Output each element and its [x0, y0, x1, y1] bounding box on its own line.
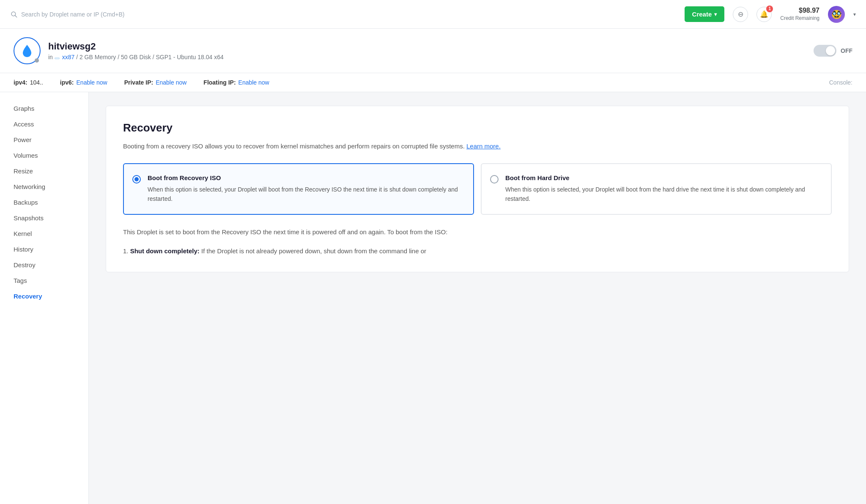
nav-right: Create ▾ ⊖ 🔔 1 $98.97 Credit Remaining 🥸…	[685, 6, 856, 23]
avatar-chevron-icon[interactable]: ▾	[853, 11, 856, 17]
console-link[interactable]: Console:	[829, 79, 852, 86]
learn-more-link[interactable]: Learn more.	[466, 142, 501, 150]
recovery-info-text: This Droplet is set to boot from the Rec…	[123, 227, 832, 238]
search-placeholder: Search by Droplet name or IP (Cmd+B)	[21, 11, 124, 18]
radio-inner	[134, 177, 139, 181]
recovery-description: Booting from a recovery ISO allows you t…	[123, 141, 832, 151]
sidebar-item-kernel[interactable]: Kernel	[0, 226, 88, 241]
region-link[interactable]: xx87	[62, 54, 75, 60]
droplet-svg-icon	[19, 43, 35, 58]
floating-ip-enable-link[interactable]: Enable now	[238, 79, 269, 86]
sidebar-item-history[interactable]: History	[0, 241, 88, 257]
region-badge	[55, 58, 60, 59]
droplet-info: hitviewsg2 in xx87 / 2 GB Memory / 50 GB…	[48, 41, 224, 60]
boot-hard-drive-desc: When this option is selected, your Dropl…	[505, 185, 821, 204]
recovery-card: Recovery Booting from a recovery ISO all…	[106, 106, 849, 272]
credit-info: $98.97 Credit Remaining	[780, 6, 819, 22]
credit-label: Credit Remaining	[780, 15, 819, 22]
sidebar: Graphs Access Power Volumes Resize Netwo…	[0, 92, 89, 504]
droplet-meta: in xx87 / 2 GB Memory / 50 GB Disk / SGP…	[48, 54, 224, 60]
ip-bar: ipv4: 104.. ipv6: Enable now Private IP:…	[0, 73, 866, 92]
boot-recovery-iso-title: Boot from Recovery ISO	[148, 174, 463, 181]
sidebar-item-volumes[interactable]: Volumes	[0, 148, 88, 163]
ipv4-label: ipv4:	[14, 79, 27, 86]
notification-badge: 1	[766, 5, 773, 12]
floating-ip-label: Floating IP:	[203, 79, 236, 86]
boot-hard-drive-text: Boot from Hard Drive When this option is…	[505, 174, 821, 204]
help-icon[interactable]: ⊖	[733, 7, 748, 22]
create-button[interactable]: Create ▾	[685, 6, 725, 22]
sidebar-item-access[interactable]: Access	[0, 116, 88, 132]
ipv6-label: ipv6:	[60, 79, 74, 86]
step-1: 1. Shut down completely: If the Droplet …	[123, 246, 832, 257]
sidebar-item-snapshots[interactable]: Snapshots	[0, 210, 88, 226]
topnav: Search by Droplet name or IP (Cmd+B) Cre…	[0, 0, 866, 29]
step1-text: If the Droplet is not already powered do…	[201, 247, 426, 255]
private-ip-item: Private IP: Enable now	[124, 79, 187, 86]
content-area: Recovery Booting from a recovery ISO all…	[89, 92, 866, 504]
boot-recovery-iso-text: Boot from Recovery ISO When this option …	[148, 174, 463, 204]
status-dot	[35, 58, 39, 63]
boot-recovery-iso-desc: When this option is selected, your Dropl…	[148, 185, 463, 204]
power-toggle[interactable]: OFF	[814, 45, 852, 57]
toggle-switch[interactable]	[814, 45, 836, 57]
sidebar-item-backups[interactable]: Backups	[0, 194, 88, 210]
droplet-icon	[14, 37, 41, 64]
sidebar-item-networking[interactable]: Networking	[0, 179, 88, 194]
boot-hard-drive-title: Boot from Hard Drive	[505, 174, 821, 181]
toggle-knob	[826, 46, 835, 55]
main-layout: Graphs Access Power Volumes Resize Netwo…	[0, 92, 866, 504]
step1-label: Shut down completely:	[130, 247, 200, 255]
boot-recovery-iso-option[interactable]: Boot from Recovery ISO When this option …	[123, 163, 474, 215]
ipv4-item: ipv4: 104..	[14, 79, 43, 86]
radio-hard-drive	[490, 175, 499, 184]
ipv6-item: ipv6: Enable now	[60, 79, 107, 86]
credit-amount: $98.97	[780, 6, 819, 15]
floating-ip-item: Floating IP: Enable now	[203, 79, 269, 86]
droplet-header: hitviewsg2 in xx87 / 2 GB Memory / 50 GB…	[0, 29, 866, 73]
sidebar-item-destroy[interactable]: Destroy	[0, 257, 88, 273]
ipv6-enable-link[interactable]: Enable now	[77, 79, 107, 86]
avatar[interactable]: 🥸	[828, 6, 845, 23]
recovery-title: Recovery	[123, 121, 832, 134]
sidebar-item-tags[interactable]: Tags	[0, 273, 88, 288]
notifications-icon[interactable]: 🔔 1	[756, 7, 772, 22]
private-ip-enable-link[interactable]: Enable now	[156, 79, 186, 86]
sidebar-item-resize[interactable]: Resize	[0, 163, 88, 179]
recovery-steps: 1. Shut down completely: If the Droplet …	[123, 246, 832, 257]
boot-hard-drive-option[interactable]: Boot from Hard Drive When this option is…	[481, 163, 832, 215]
ipv4-value: 104..	[30, 79, 43, 86]
sidebar-item-power[interactable]: Power	[0, 132, 88, 148]
radio-recovery-iso	[132, 175, 141, 184]
private-ip-label: Private IP:	[124, 79, 153, 86]
sidebar-item-recovery[interactable]: Recovery	[0, 288, 88, 304]
boot-options: Boot from Recovery ISO When this option …	[123, 163, 832, 215]
toggle-label: OFF	[841, 47, 852, 54]
search-icon	[10, 11, 18, 18]
droplet-left: hitviewsg2 in xx87 / 2 GB Memory / 50 GB…	[14, 37, 224, 64]
droplet-name: hitviewsg2	[48, 41, 224, 52]
svg-line-1	[15, 15, 17, 17]
search-bar[interactable]: Search by Droplet name or IP (Cmd+B)	[10, 11, 678, 18]
chevron-down-icon: ▾	[714, 11, 717, 17]
sidebar-item-graphs[interactable]: Graphs	[0, 101, 88, 116]
